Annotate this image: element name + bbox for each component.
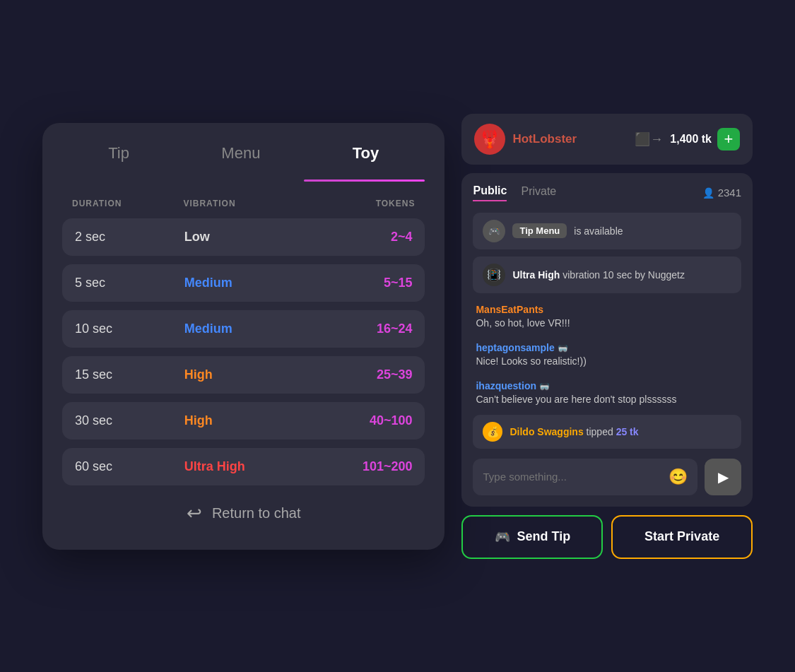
chat-body: Can't believe you are here don't stop pl… [476, 394, 738, 405]
row-duration: 5 sec [75, 276, 184, 290]
underline-tip [62, 179, 183, 182]
vr-icon: 🥽 [539, 382, 550, 391]
row-duration: 15 sec [75, 367, 184, 382]
avatar: 🦞 [474, 124, 505, 155]
vr-icon: 🥽 [558, 343, 568, 353]
vibration-icon: 📳 [483, 264, 505, 286]
chat-tabs: Public Private 👤 2341 [473, 184, 741, 201]
return-label: Return to chat [212, 505, 301, 521]
coin-icon: 💰 [483, 422, 502, 442]
emoji-button[interactable]: 😊 [669, 468, 688, 486]
toy-row[interactable]: 5 sec Medium 5~15 [62, 264, 425, 302]
chat-message: MansEatPants Oh, so hot, love VR!!! [473, 300, 741, 331]
system-message: 🎮 Tip Menu is available [473, 213, 741, 249]
send-tip-label: Send Tip [517, 529, 571, 544]
chat-body: Nice! Looks so realistic!)) [476, 355, 738, 367]
screen: Tip Menu Toy DURATION VIBRATION TOKENS 2… [0, 0, 795, 672]
system-text: is available [574, 225, 623, 237]
system-icon: 🎮 [483, 220, 505, 242]
toy-row[interactable]: 2 sec Low 2~4 [62, 218, 425, 256]
viewer-icon: 👤 [702, 187, 714, 199]
tab-toy[interactable]: Toy [353, 144, 379, 167]
underline-menu [183, 179, 304, 182]
tab-menu[interactable]: Menu [221, 144, 260, 167]
row-vibration: Low [184, 230, 322, 244]
avatar-icon: 🦞 [479, 129, 500, 149]
messages: 🎮 Tip Menu is available 📳 Ultra High vib… [473, 213, 741, 449]
tip-text: Dildo Swaggins tipped 25 tk [510, 426, 638, 437]
row-vibration: Ultra High [184, 459, 322, 474]
row-tokens: 40~100 [321, 413, 412, 428]
toy-row[interactable]: 30 sec High 40~100 [62, 402, 425, 440]
row-tokens: 16~24 [321, 322, 412, 336]
chat-input[interactable] [483, 461, 669, 493]
tip-username: Dildo Swaggins [510, 426, 583, 437]
row-vibration: High [184, 367, 322, 382]
viewer-number: 2341 [718, 187, 741, 199]
underline-toy [304, 179, 425, 182]
tab-tip[interactable]: Tip [108, 144, 129, 167]
vibration-rest: vibration 10 sec by Nuggetz [563, 269, 685, 281]
row-tokens: 5~15 [321, 276, 412, 290]
return-icon: ↩ [187, 502, 202, 524]
bottom-buttons: 🎮 Send Tip Start Private [461, 515, 753, 559]
send-button[interactable]: ▶ [705, 459, 741, 495]
right-panel: 🦞 HotLobster ⬛→ 1,400 tk + Public Privat… [461, 114, 753, 559]
left-panel: Tip Menu Toy DURATION VIBRATION TOKENS 2… [42, 123, 444, 550]
vibration-level: Ultra High [512, 269, 560, 281]
chat-area: Public Private 👤 2341 🎮 Tip Menu is avai… [461, 173, 753, 507]
row-duration: 60 sec [75, 459, 184, 474]
tab-bar: Tip Menu Toy [62, 144, 425, 167]
chat-input-wrap: 😊 [473, 459, 697, 495]
toy-row[interactable]: 15 sec High 25~39 [62, 356, 425, 394]
row-duration: 10 sec [75, 322, 184, 336]
username: HotLobster [512, 132, 625, 146]
chat-message: ihazquestion 🥽 Can't believe you are her… [473, 377, 741, 408]
tip-message: 💰 Dildo Swaggins tipped 25 tk [473, 415, 741, 449]
row-duration: 30 sec [75, 413, 184, 428]
viewer-count: 👤 2341 [702, 187, 741, 199]
chat-input-row: 😊 ▶ [473, 459, 741, 495]
chat-username: MansEatPants [476, 304, 543, 315]
column-headers: DURATION VIBRATION TOKENS [62, 199, 425, 208]
chat-header: 🦞 HotLobster ⬛→ 1,400 tk + [461, 114, 753, 165]
vibration-message: 📳 Ultra High vibration 10 sec by Nuggetz [473, 257, 741, 293]
tab-underline [62, 179, 425, 182]
row-vibration: Medium [184, 276, 322, 290]
vibration-text: Ultra High vibration 10 sec by Nuggetz [512, 269, 685, 281]
toy-row[interactable]: 60 sec Ultra High 101~200 [62, 448, 425, 485]
start-private-button[interactable]: Start Private [611, 515, 753, 559]
row-vibration: High [184, 413, 322, 428]
tip-amount: 25 tk [616, 426, 639, 437]
add-tokens-button[interactable]: + [717, 128, 740, 151]
row-tokens: 2~4 [321, 230, 412, 244]
tip-action: tipped [587, 426, 616, 437]
chat-username: ihazquestion [476, 380, 536, 391]
tab-public[interactable]: Public [473, 184, 507, 201]
chat-username: heptagonsample [476, 342, 554, 353]
row-tokens: 25~39 [321, 367, 412, 382]
row-vibration: Medium [184, 322, 322, 336]
chat-body: Oh, so hot, love VR!!! [476, 317, 738, 329]
col-tokens: TOKENS [322, 199, 415, 208]
col-duration: DURATION [72, 199, 183, 208]
row-tokens: 101~200 [321, 459, 412, 474]
return-to-chat-button[interactable]: ↩ Return to chat [62, 502, 425, 524]
send-tip-button[interactable]: 🎮 Send Tip [461, 515, 603, 559]
token-badge: 1,400 tk + [670, 128, 740, 151]
exit-icon[interactable]: ⬛→ [635, 131, 663, 147]
token-count: 1,400 tk [670, 133, 712, 146]
tip-menu-badge: Tip Menu [512, 223, 567, 238]
tab-private[interactable]: Private [521, 185, 556, 201]
chat-message: heptagonsample 🥽 Nice! Looks so realisti… [473, 338, 741, 370]
row-duration: 2 sec [75, 230, 184, 244]
col-vibration: VIBRATION [183, 199, 322, 208]
tip-icon: 🎮 [495, 529, 510, 545]
toy-row[interactable]: 10 sec Medium 16~24 [62, 310, 425, 348]
